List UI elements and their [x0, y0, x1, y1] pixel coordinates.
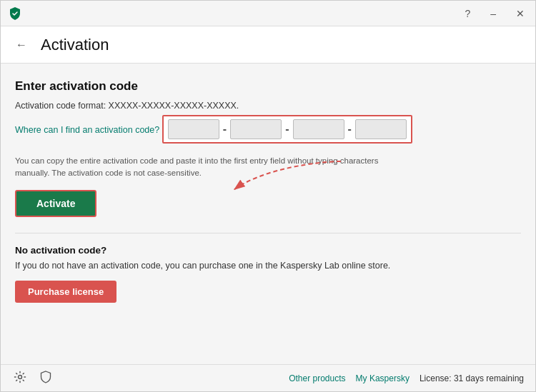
footer: Other products My Kaspersky License: 31 … [1, 364, 535, 391]
no-code-section: No activation code? If you do not have a… [15, 245, 521, 303]
kaspersky-shield-button[interactable] [38, 369, 54, 388]
page-title: Activation [41, 36, 109, 54]
separator-3: - [348, 123, 352, 136]
activation-code-fields: - - - [162, 115, 412, 144]
hint-description: You can copy the entire activation code … [15, 155, 387, 180]
svg-point-1 [19, 375, 22, 378]
license-status: License: 31 days remaining [420, 373, 524, 383]
find-activation-code-link[interactable]: Where can I find an activation code? [15, 125, 159, 135]
settings-button[interactable] [12, 369, 28, 388]
section-heading: Enter activation code [15, 79, 521, 94]
kaspersky-shield-icon [39, 371, 52, 383]
purchase-license-button[interactable]: Purchase license [15, 281, 116, 303]
main-content: Enter activation code Activation code fo… [1, 64, 535, 364]
help-button[interactable]: ? [461, 7, 474, 20]
code-field-1[interactable] [168, 119, 219, 139]
minimize-button[interactable]: – [487, 7, 500, 20]
close-button[interactable]: ✕ [512, 7, 528, 20]
app-icon [8, 6, 22, 21]
title-bar: ? – ✕ [1, 1, 535, 26]
code-field-3[interactable] [293, 119, 344, 139]
back-button[interactable]: ← [12, 37, 31, 53]
activate-button[interactable]: Activate [15, 190, 96, 217]
code-field-4[interactable] [355, 119, 407, 139]
main-window: ? – ✕ ← Activation Enter activation code… [0, 0, 536, 392]
separator-1: - [223, 123, 227, 136]
page-header: ← Activation [1, 26, 535, 64]
footer-icon-group [12, 369, 54, 388]
separator-2: - [285, 123, 289, 136]
my-kaspersky-link[interactable]: My Kaspersky [356, 373, 410, 383]
other-products-link[interactable]: Other products [289, 373, 345, 383]
window-controls: ? – ✕ [461, 7, 528, 20]
footer-links: Other products My Kaspersky License: 31 … [289, 373, 524, 383]
code-field-2[interactable] [230, 119, 282, 139]
format-description: Activation code format: XXXXX-XXXXX-XXXX… [15, 101, 521, 111]
no-code-description: If you do not have an activation code, y… [15, 259, 521, 273]
no-code-heading: No activation code? [15, 245, 521, 256]
settings-icon [14, 371, 26, 383]
section-divider [15, 233, 521, 233]
